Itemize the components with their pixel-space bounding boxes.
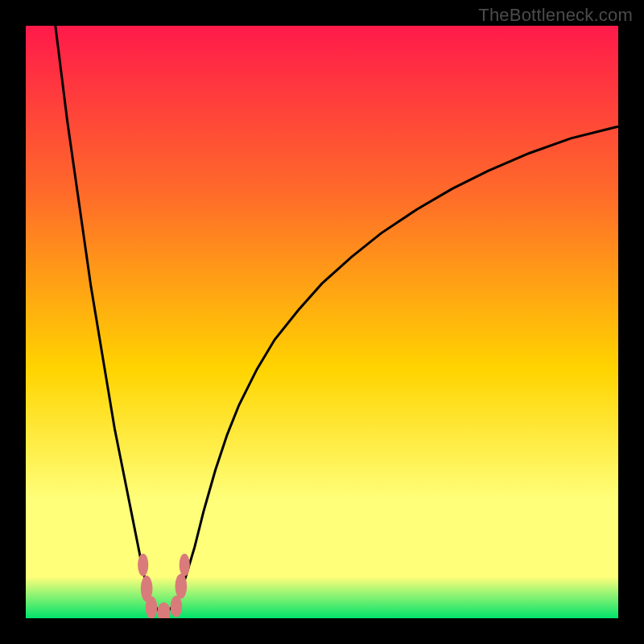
marker-point [138,554,148,576]
chart-frame: TheBottleneck.com [0,0,644,644]
chart-background-gradient [26,26,618,618]
marker-point [146,597,158,618]
marker-point [171,596,183,617]
watermark-text: TheBottleneck.com [478,5,633,26]
chart-plot-area [26,26,618,618]
marker-point [180,554,190,576]
chart-svg [26,26,618,618]
marker-point [175,574,187,599]
